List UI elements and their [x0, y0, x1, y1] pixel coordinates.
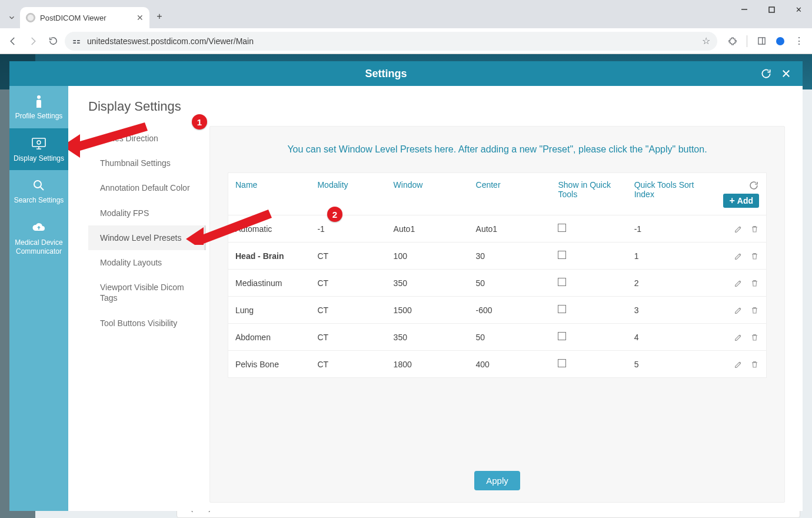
- table-row: Pelvis BoneCT18004005: [228, 351, 767, 378]
- nav-search-settings[interactable]: Search Settings: [9, 170, 68, 212]
- svg-rect-2: [73, 40, 76, 41]
- cell-sort: -1: [627, 215, 703, 243]
- nav-profile-settings[interactable]: Profile Settings: [9, 86, 68, 128]
- edit-icon[interactable]: [734, 278, 743, 288]
- address-bar[interactable]: unitedstateswest.postdicom.com/Viewer/Ma…: [65, 32, 717, 51]
- window-minimize-button[interactable]: [731, 0, 758, 19]
- window-maximize-button[interactable]: [758, 0, 785, 19]
- new-tab-button[interactable]: +: [152, 9, 167, 24]
- cell-sort: 2: [627, 270, 703, 297]
- subnav-item[interactable]: Annotation Default Color: [88, 175, 206, 200]
- subnav-item[interactable]: Modality FPS: [88, 201, 206, 225]
- cell-window: 1800: [387, 351, 469, 378]
- nav-label: Medical Device Communicator: [12, 238, 66, 257]
- col-window[interactable]: Window: [387, 173, 469, 215]
- subnav-item[interactable]: Series Direction: [88, 126, 206, 151]
- cell-sort: 5: [627, 351, 703, 378]
- nav-medical-device-communicator[interactable]: Medical Device Communicator: [9, 212, 68, 264]
- nav-label: Display Settings: [12, 154, 66, 164]
- nav-label: Profile Settings: [12, 112, 66, 121]
- cell-window: 350: [387, 324, 469, 351]
- checkbox[interactable]: [558, 224, 566, 232]
- subnav-item[interactable]: Window Level Presets: [88, 225, 206, 250]
- hint-text: You can set Window Level Presets here. A…: [228, 144, 767, 155]
- cell-show: [551, 324, 627, 351]
- nav-reload-button[interactable]: [45, 33, 61, 49]
- delete-icon[interactable]: [750, 224, 759, 234]
- cell-sort: 1: [627, 243, 703, 270]
- svg-point-11: [34, 181, 41, 188]
- extensions-icon[interactable]: [724, 33, 741, 49]
- nav-display-settings[interactable]: Display Settings: [9, 128, 68, 171]
- display-subnav: Series DirectionThumbnail SettingsAnnota…: [88, 126, 206, 503]
- subnav-item[interactable]: Modality Layouts: [88, 250, 206, 275]
- subnav-item[interactable]: Tool Buttons Visibility: [88, 311, 206, 336]
- window-close-button[interactable]: ✕: [785, 0, 812, 19]
- delete-icon[interactable]: [750, 306, 759, 315]
- delete-icon[interactable]: [750, 333, 759, 342]
- cell-name: Pelvis Bone: [228, 351, 311, 378]
- annotation-badge-2: 2: [327, 207, 342, 222]
- edit-icon[interactable]: [734, 360, 743, 369]
- chrome-menu-icon[interactable]: ⋮: [791, 33, 807, 49]
- checkbox[interactable]: [558, 305, 566, 313]
- edit-icon[interactable]: [734, 333, 743, 342]
- settings-refresh-button[interactable]: [758, 65, 774, 82]
- delete-icon[interactable]: [750, 278, 759, 288]
- edit-icon[interactable]: [734, 251, 743, 261]
- subnav-item[interactable]: Thumbnail Settings: [88, 151, 206, 175]
- browser-tab[interactable]: PostDICOM Viewer ✕: [20, 7, 149, 28]
- col-show-quick[interactable]: Show in Quick Tools: [551, 173, 627, 215]
- svg-point-8: [37, 95, 41, 99]
- person-icon: [12, 94, 66, 108]
- cell-name: Automatic: [228, 215, 311, 243]
- nav-back-button[interactable]: [5, 33, 21, 49]
- checkbox[interactable]: [558, 251, 566, 259]
- url-text: unitedstateswest.postdicom.com/Viewer/Ma…: [87, 36, 254, 46]
- cell-name: Lung: [228, 297, 311, 324]
- cell-modality: CT: [310, 324, 386, 351]
- settings-category-nav: Profile Settings Display Settings Search…: [9, 86, 68, 511]
- table-row: MediastinumCT350502: [228, 270, 767, 297]
- favicon: [26, 13, 35, 22]
- cell-name: Head - Brain: [228, 243, 311, 270]
- site-info-icon[interactable]: [72, 36, 82, 46]
- col-name[interactable]: Name: [228, 173, 311, 215]
- profile-avatar-icon[interactable]: [772, 33, 788, 49]
- cloud-upload-icon: [12, 221, 66, 235]
- window-titlebar: PostDICOM Viewer ✕ + ✕: [0, 0, 812, 28]
- cell-window: Auto1: [387, 215, 469, 243]
- nav-forward-button[interactable]: [25, 33, 41, 49]
- table-refresh-icon[interactable]: [748, 182, 759, 193]
- delete-icon[interactable]: [750, 360, 759, 369]
- tab-search-icon[interactable]: [4, 8, 20, 27]
- settings-close-button[interactable]: [778, 65, 794, 82]
- cell-window: 100: [387, 243, 469, 270]
- col-sort-index[interactable]: Quick Tools Sort Index: [627, 173, 703, 215]
- cell-modality: CT: [310, 243, 386, 270]
- table-row: AbdomenCT350504: [228, 324, 767, 351]
- cell-modality: CT: [310, 297, 386, 324]
- delete-icon[interactable]: [750, 251, 759, 261]
- cell-center: 50: [469, 324, 551, 351]
- checkbox[interactable]: [558, 359, 566, 367]
- cell-window: 1500: [387, 297, 469, 324]
- cell-center: 50: [469, 270, 551, 297]
- side-panel-icon[interactable]: [753, 33, 770, 49]
- add-button[interactable]: +Add: [723, 194, 759, 208]
- cell-show: [551, 270, 627, 297]
- col-modality[interactable]: Modality: [310, 173, 386, 215]
- col-center[interactable]: Center: [469, 173, 551, 215]
- checkbox[interactable]: [558, 332, 566, 340]
- edit-icon[interactable]: [734, 224, 743, 234]
- svg-rect-5: [77, 42, 80, 44]
- tab-close-icon[interactable]: ✕: [137, 13, 144, 22]
- cell-center: -600: [469, 297, 551, 324]
- bookmark-icon[interactable]: ☆: [702, 35, 710, 47]
- cell-show: [551, 297, 627, 324]
- apply-button[interactable]: Apply: [474, 471, 520, 490]
- svg-rect-6: [758, 38, 764, 44]
- subnav-item[interactable]: Viewport Visible Dicom Tags: [88, 275, 206, 310]
- edit-icon[interactable]: [734, 306, 743, 315]
- checkbox[interactable]: [558, 278, 566, 286]
